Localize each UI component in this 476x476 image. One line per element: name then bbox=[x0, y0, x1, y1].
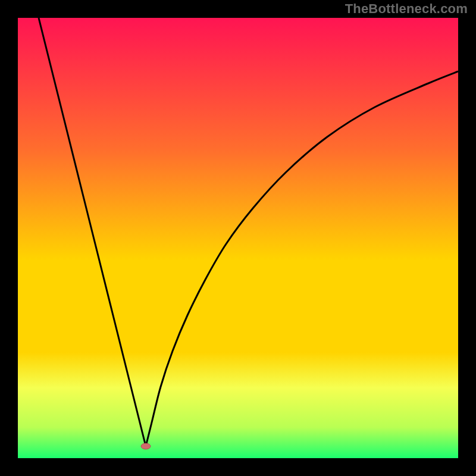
site-source-link[interactable]: TheBottleneck.com bbox=[345, 1, 468, 17]
chart-root: TheBottleneck.com bbox=[0, 0, 476, 476]
plot-svg bbox=[18, 18, 458, 458]
optimal-point-marker bbox=[141, 443, 151, 449]
plot-area bbox=[18, 18, 458, 458]
gradient-background bbox=[18, 18, 458, 458]
